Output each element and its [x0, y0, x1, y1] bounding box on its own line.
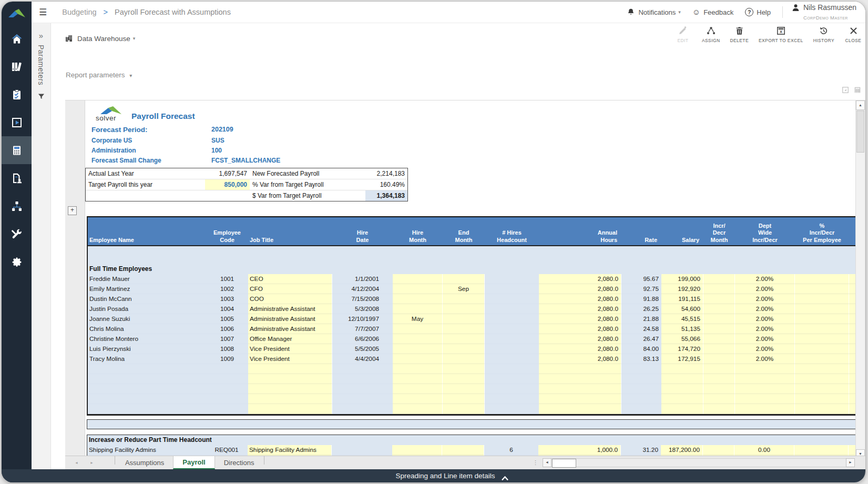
- input-cell[interactable]: 174,720: [661, 344, 703, 354]
- input-cell[interactable]: [393, 384, 443, 394]
- input-cell[interactable]: [443, 394, 485, 404]
- input-cell[interactable]: [703, 314, 735, 324]
- input-cell[interactable]: 2.00%: [735, 354, 795, 364]
- notifications-button[interactable]: Notifications ▾: [627, 8, 680, 16]
- input-cell[interactable]: [393, 354, 443, 364]
- input-cell[interactable]: [735, 374, 795, 384]
- input-cell[interactable]: CEO: [248, 274, 332, 284]
- input-cell[interactable]: Administrative Assistant: [248, 324, 332, 334]
- action-assign-button[interactable]: ASSIGN: [702, 26, 720, 43]
- input-cell[interactable]: 2,080.0: [539, 274, 621, 284]
- input-cell[interactable]: [393, 334, 443, 344]
- input-cell[interactable]: CFO: [248, 284, 332, 294]
- input-cell[interactable]: [248, 394, 332, 404]
- scroll-left-icon[interactable]: ◄: [543, 458, 552, 467]
- input-cell[interactable]: [392, 445, 442, 455]
- input-cell[interactable]: 2,080.0: [539, 354, 621, 364]
- input-cell[interactable]: [539, 374, 621, 384]
- input-cell[interactable]: [795, 384, 849, 394]
- scroll-right-icon[interactable]: ►: [846, 458, 855, 467]
- input-cell[interactable]: [393, 364, 443, 374]
- summary-value[interactable]: 850,000: [205, 179, 250, 190]
- input-cell[interactable]: [795, 304, 849, 314]
- tab-payroll[interactable]: Payroll: [173, 456, 215, 469]
- help-button[interactable]: ? Help: [745, 8, 771, 16]
- grid-layout-icon[interactable]: [854, 86, 861, 96]
- action-export-button[interactable]: XEXPORT TO EXCEL: [759, 26, 803, 43]
- input-cell[interactable]: [393, 404, 443, 414]
- input-cell[interactable]: [443, 374, 485, 384]
- input-cell[interactable]: [661, 394, 703, 404]
- input-cell[interactable]: [735, 384, 795, 394]
- input-cell[interactable]: 51,135: [661, 324, 703, 334]
- input-cell[interactable]: [393, 274, 443, 284]
- input-cell[interactable]: 187,200.00: [661, 445, 703, 455]
- input-cell[interactable]: [735, 404, 795, 414]
- input-cell[interactable]: 2,080.0: [539, 344, 621, 354]
- tab-assumptions[interactable]: Assumptions: [116, 456, 173, 469]
- input-cell[interactable]: 2,080.0: [539, 304, 621, 314]
- action-delete-button[interactable]: DELETE: [730, 26, 749, 43]
- input-cell[interactable]: 192,920: [661, 284, 703, 294]
- input-cell[interactable]: 191,115: [661, 294, 703, 304]
- input-cell[interactable]: [443, 384, 485, 394]
- input-cell[interactable]: Vice President: [248, 354, 332, 364]
- input-cell[interactable]: Shipping Facility Admins: [248, 445, 332, 455]
- horizontal-scroll-thumb[interactable]: [552, 459, 576, 468]
- input-cell[interactable]: 2,080.0: [539, 334, 621, 344]
- hamburger-menu-icon[interactable]: ☰: [39, 7, 47, 18]
- input-cell[interactable]: [539, 364, 621, 374]
- user-menu[interactable]: Nils Rasmussen CorpDemo Master: [791, 3, 865, 22]
- input-cell[interactable]: [393, 304, 443, 314]
- tab-next-icon[interactable]: ►: [90, 461, 94, 465]
- parameters-panel[interactable]: » Parameters: [32, 23, 51, 482]
- input-cell[interactable]: 0.00: [734, 445, 794, 455]
- input-cell[interactable]: [703, 304, 735, 314]
- input-cell[interactable]: [248, 364, 332, 374]
- input-cell[interactable]: Administrative Assistant: [248, 314, 332, 324]
- input-cell[interactable]: 199,000: [661, 274, 703, 284]
- input-cell[interactable]: [539, 404, 621, 414]
- expand-group-button[interactable]: +: [68, 206, 77, 215]
- data-source-dropdown[interactable]: Data Warehouse ▾: [65, 34, 135, 43]
- input-cell[interactable]: [393, 284, 443, 294]
- input-cell[interactable]: [795, 334, 849, 344]
- sidebar-item-settings-gear[interactable]: [2, 248, 32, 276]
- sidebar-item-tasks-clipboard[interactable]: [2, 80, 32, 108]
- sidebar-item-report-player[interactable]: [2, 108, 32, 136]
- sidebar-item-document-user[interactable]: [2, 164, 32, 192]
- input-cell[interactable]: [795, 394, 849, 404]
- input-cell[interactable]: 54,600: [661, 304, 703, 314]
- sidebar-item-library[interactable]: [2, 53, 32, 80]
- input-cell[interactable]: 2.00%: [735, 294, 795, 304]
- input-cell[interactable]: [443, 274, 485, 284]
- input-cell[interactable]: May: [393, 314, 443, 324]
- input-cell[interactable]: Vice President: [248, 344, 332, 354]
- input-cell[interactable]: [703, 344, 735, 354]
- input-cell[interactable]: [703, 294, 735, 304]
- input-cell[interactable]: Sep: [443, 284, 485, 294]
- input-cell[interactable]: [443, 294, 485, 304]
- input-cell[interactable]: [443, 304, 485, 314]
- input-cell[interactable]: 2,080.0: [539, 294, 621, 304]
- input-cell[interactable]: 172,915: [661, 354, 703, 364]
- input-cell[interactable]: Office Manager: [248, 334, 332, 344]
- input-cell[interactable]: Administrative Assistant: [248, 304, 332, 314]
- spreading-details-bar[interactable]: Spreading and Line item details: [2, 469, 865, 482]
- vertical-scroll-thumb[interactable]: [856, 110, 864, 153]
- input-cell[interactable]: [443, 354, 485, 364]
- input-cell[interactable]: [795, 324, 849, 334]
- input-cell[interactable]: 2.00%: [735, 344, 795, 354]
- input-cell[interactable]: [539, 394, 621, 404]
- input-cell[interactable]: [393, 394, 443, 404]
- input-cell[interactable]: [703, 374, 735, 384]
- scroll-up-icon[interactable]: ▲: [856, 100, 865, 110]
- input-cell[interactable]: [795, 374, 849, 384]
- input-cell[interactable]: [795, 404, 849, 414]
- input-cell[interactable]: [703, 354, 735, 364]
- input-cell[interactable]: 2.00%: [735, 274, 795, 284]
- input-cell[interactable]: [795, 274, 849, 284]
- input-cell[interactable]: [661, 364, 703, 374]
- input-cell[interactable]: [661, 374, 703, 384]
- input-cell[interactable]: [443, 334, 485, 344]
